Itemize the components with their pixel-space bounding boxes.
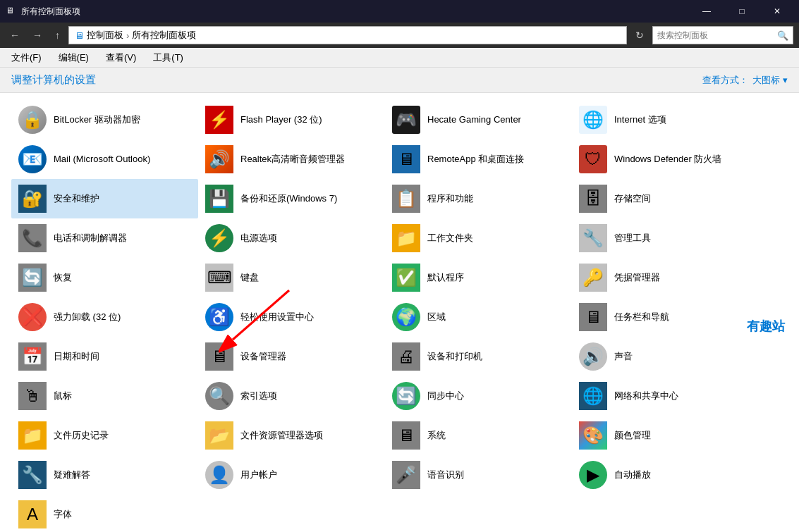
item-icon-region: 🌍 <box>392 303 420 331</box>
search-box: 🔍 <box>652 26 793 44</box>
control-item-filehist[interactable]: 📁 文件历史记录 <box>11 416 198 455</box>
minimize-button[interactable]: — <box>690 0 723 23</box>
item-label-system: 系统 <box>427 430 446 442</box>
control-item-ease[interactable]: ♿ 轻松使用设置中心 <box>198 297 385 337</box>
up-button[interactable]: ↑ <box>51 28 64 42</box>
item-label-mouse: 鼠标 <box>54 390 72 402</box>
control-item-mouse[interactable]: 🖱 鼠标 <box>11 376 198 416</box>
item-icon-devices: 🖨 <box>392 342 420 371</box>
forward-button[interactable]: → <box>28 28 47 42</box>
control-item-uninstall[interactable]: ❌ 强力卸载 (32 位) <box>11 297 198 337</box>
control-item-fileexplorer[interactable]: 📂 文件资源管理器选项 <box>198 416 385 455</box>
control-item-programs[interactable]: 📋 程序和功能 <box>385 179 572 218</box>
menu-tools[interactable]: 工具(T) <box>147 49 189 67</box>
control-item-user[interactable]: 👤 用户帐户 <box>198 455 385 495</box>
control-item-restore[interactable]: 🔄 恢复 <box>11 258 198 297</box>
item-icon-workfolder: 📁 <box>392 224 420 252</box>
item-icon-datetime: 📅 <box>18 342 47 371</box>
control-item-system[interactable]: 🖥 系统 <box>385 416 572 455</box>
back-button[interactable]: ← <box>6 28 24 42</box>
view-options[interactable]: 查看方式： 大图标 ▾ <box>702 74 788 87</box>
item-icon-internet: 🌐 <box>579 106 607 134</box>
search-icon: 🔍 <box>777 30 788 41</box>
control-item-security[interactable]: 🔐 安全和维护 <box>11 179 198 218</box>
watermark: 有趣站 <box>747 318 785 335</box>
control-item-manage[interactable]: 🔧 管理工具 <box>572 218 759 258</box>
address-path[interactable]: 🖥 控制面板 › 所有控制面板项 <box>68 26 627 44</box>
item-icon-phone: 📞 <box>18 224 47 252</box>
title-bar: 🖥 所有控制面板项 — □ ✕ <box>0 0 799 23</box>
control-item-hecate[interactable]: 🎮 Hecate Gaming Center <box>385 100 572 140</box>
control-item-workfolder[interactable]: 📁 工作文件夹 <box>385 218 572 258</box>
item-label-color: 颜色管理 <box>614 430 651 442</box>
control-item-power[interactable]: ⚡ 电源选项 <box>198 218 385 258</box>
control-item-indexing[interactable]: 🔍 索引选项 <box>198 376 385 416</box>
path-icon: 🖥 <box>75 30 84 41</box>
control-item-backup[interactable]: 💾 备份和还原(Windows 7) <box>198 179 385 218</box>
item-icon-bitlocker: 🔒 <box>18 106 47 134</box>
item-label-region: 区域 <box>427 311 446 323</box>
control-item-remoteapp[interactable]: 🖥 RemoteApp 和桌面连接 <box>385 140 572 179</box>
item-label-troubleshoot: 疑难解答 <box>54 469 90 481</box>
item-icon-filehist: 📁 <box>18 421 47 450</box>
control-item-region[interactable]: 🌍 区域 <box>385 297 572 337</box>
control-item-autoplay[interactable]: ▶ 自动播放 <box>572 455 759 495</box>
item-icon-manage: 🔧 <box>579 224 607 252</box>
title-bar-controls: — □ ✕ <box>690 0 793 23</box>
view-mode[interactable]: 大图标 ▾ <box>752 74 788 87</box>
control-item-realtek[interactable]: 🔊 Realtek高清晰音频管理器 <box>198 140 385 179</box>
item-label-indexing: 索引选项 <box>240 390 277 402</box>
item-icon-device-mgr: 🖥 <box>205 342 233 371</box>
control-item-datetime[interactable]: 📅 日期和时间 <box>11 337 198 376</box>
item-icon-user: 👤 <box>205 461 233 489</box>
control-item-sound[interactable]: 🔊 声音 <box>572 337 759 376</box>
item-icon-restore: 🔄 <box>18 264 47 292</box>
search-input[interactable] <box>657 30 777 40</box>
control-item-flash[interactable]: ⚡ Flash Player (32 位) <box>198 100 385 140</box>
maximize-button[interactable]: □ <box>726 0 758 23</box>
item-icon-mouse: 🖱 <box>18 382 47 410</box>
menu-edit[interactable]: 编辑(E) <box>53 49 94 67</box>
control-item-mail[interactable]: 📧 Mail (Microsoft Outlook) <box>11 140 198 179</box>
item-label-credential: 凭据管理器 <box>614 272 660 284</box>
item-label-workfolder: 工作文件夹 <box>427 233 473 245</box>
item-icon-power: ⚡ <box>205 224 233 252</box>
item-icon-indexing: 🔍 <box>205 382 233 410</box>
control-item-color[interactable]: 🎨 颜色管理 <box>572 416 759 455</box>
item-label-filehist: 文件历史记录 <box>54 430 109 442</box>
control-item-defender[interactable]: 🛡 Windows Defender 防火墙 <box>572 140 759 179</box>
menu-view[interactable]: 查看(V) <box>100 49 142 67</box>
item-icon-uninstall: ❌ <box>18 303 47 331</box>
control-item-sync[interactable]: 🔄 同步中心 <box>385 376 572 416</box>
control-item-phone[interactable]: 📞 电话和调制解调器 <box>11 218 198 258</box>
item-icon-mail: 📧 <box>18 145 47 173</box>
control-item-taskbar[interactable]: 🖥 任务栏和导航 <box>572 297 759 337</box>
control-item-storage[interactable]: 🗄 存储空间 <box>572 179 759 218</box>
address-bar: ← → ↑ 🖥 控制面板 › 所有控制面板项 ↻ 🔍 <box>0 23 799 48</box>
item-label-devices: 设备和打印机 <box>427 351 482 363</box>
menu-file[interactable]: 文件(F) <box>6 49 47 67</box>
control-item-devices[interactable]: 🖨 设备和打印机 <box>385 337 572 376</box>
item-label-backup: 备份和还原(Windows 7) <box>240 193 337 205</box>
item-label-speech: 语音识别 <box>427 469 464 481</box>
control-item-network[interactable]: 🌐 网络和共享中心 <box>572 376 759 416</box>
item-label-phone: 电话和调制解调器 <box>54 233 127 245</box>
close-button[interactable]: ✕ <box>761 0 793 23</box>
control-item-troubleshoot[interactable]: 🔧 疑难解答 <box>11 455 198 495</box>
item-label-fileexplorer: 文件资源管理器选项 <box>240 430 323 442</box>
control-item-default[interactable]: ✅ 默认程序 <box>385 258 572 297</box>
control-item-font[interactable]: A 字体 <box>11 495 198 532</box>
control-item-device-mgr[interactable]: 🖥 设备管理器 <box>198 337 385 376</box>
item-icon-credential: 🔑 <box>579 264 607 292</box>
item-label-programs: 程序和功能 <box>427 193 473 205</box>
control-item-internet[interactable]: 🌐 Internet 选项 <box>572 100 759 140</box>
item-label-default: 默认程序 <box>427 272 464 284</box>
control-item-speech[interactable]: 🎤 语音识别 <box>385 455 572 495</box>
control-item-bitlocker[interactable]: 🔒 BitLocker 驱动器加密 <box>11 100 198 140</box>
item-label-ease: 轻松使用设置中心 <box>240 311 314 323</box>
control-item-keyboard[interactable]: ⌨ 键盘 <box>198 258 385 297</box>
control-item-credential[interactable]: 🔑 凭据管理器 <box>572 258 759 297</box>
refresh-button[interactable]: ↻ <box>631 28 648 42</box>
item-label-security: 安全和维护 <box>54 193 99 205</box>
item-icon-troubleshoot: 🔧 <box>18 461 47 489</box>
